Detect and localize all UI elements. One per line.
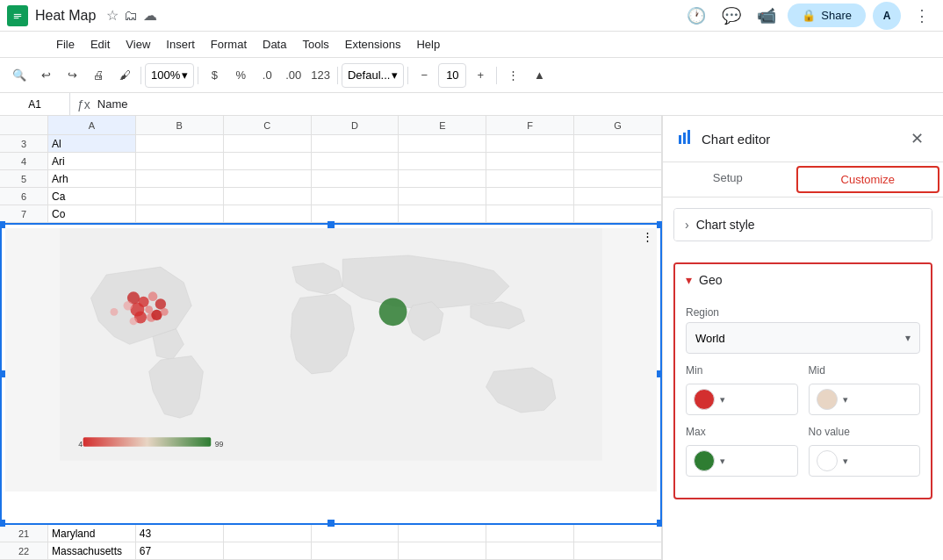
menu-tools[interactable]: Tools xyxy=(295,35,335,54)
formula-bar: ƒx Name xyxy=(70,97,943,111)
panel-header: Chart editor ✕ xyxy=(663,116,943,162)
chart-style-section[interactable]: › Chart style xyxy=(673,208,932,241)
font-size-display[interactable]: 10 xyxy=(438,63,466,88)
more-formats-button[interactable]: ⋮ xyxy=(500,63,525,88)
menu-view[interactable]: View xyxy=(119,35,157,54)
svg-rect-3 xyxy=(14,18,19,18)
col-header-g[interactable]: G xyxy=(574,116,662,135)
title-icons: ☆ 🗂 ☁ xyxy=(106,7,157,24)
resize-handle-bl[interactable] xyxy=(0,520,5,527)
panel-title: Chart editor xyxy=(702,132,770,147)
resize-handle-tl[interactable] xyxy=(0,221,5,228)
novalue-color-picker[interactable]: ▾ xyxy=(809,445,921,477)
cloud-icon[interactable]: ☁ xyxy=(143,7,157,24)
col-header-c[interactable]: C xyxy=(224,116,312,135)
resize-handle-tr[interactable] xyxy=(657,221,662,228)
resize-handle-mr[interactable] xyxy=(657,370,662,377)
max-label: Max xyxy=(686,426,798,438)
menu-edit[interactable]: Edit xyxy=(83,35,117,54)
rows-below-chart: 21 Maryland 43 22 Massachusetts 67 xyxy=(0,525,662,560)
geo-panel-body: Region World ▾ Min ▾ Mid xyxy=(675,296,931,498)
increase-font-button[interactable]: + xyxy=(468,63,493,88)
menu-data[interactable]: Data xyxy=(256,35,293,54)
tab-customize[interactable]: Customize xyxy=(796,166,940,193)
comment-button[interactable]: 💬 xyxy=(717,2,745,30)
share-button[interactable]: 🔒 Share xyxy=(788,4,866,27)
col-header-f[interactable]: F xyxy=(486,116,574,135)
video-button[interactable]: 📹 xyxy=(752,2,781,30)
more-button[interactable]: ⋮ xyxy=(908,2,936,30)
menu-extensions[interactable]: Extensions xyxy=(338,35,408,54)
mid-color-picker[interactable]: ▾ xyxy=(809,384,921,415)
col-header-a[interactable]: A xyxy=(48,116,136,135)
chart-style-title: Chart style xyxy=(696,218,755,232)
font-selector[interactable]: Defaul... ▾ xyxy=(342,63,404,88)
top-bar: Heat Map ☆ 🗂 ☁ 🕐 💬 📹 🔒 Share A ⋮ xyxy=(0,0,943,32)
decrease-font-button[interactable]: − xyxy=(412,63,436,88)
resize-handle-br[interactable] xyxy=(657,520,662,527)
svg-point-7 xyxy=(148,291,158,301)
cell-reference[interactable]: A1 xyxy=(0,93,70,115)
column-headers: A B C D E F G xyxy=(0,116,662,135)
star-icon[interactable]: ☆ xyxy=(106,7,119,24)
chart-style-arrow: › xyxy=(685,218,689,232)
history-button[interactable]: 🕐 xyxy=(682,2,710,30)
percent-button[interactable]: % xyxy=(228,63,253,88)
geo-section[interactable]: ▾ Geo Region World ▾ Min ▾ xyxy=(673,262,932,499)
top-actions: 🕐 💬 📹 🔒 Share A ⋮ xyxy=(682,2,936,30)
collapse-toolbar-button[interactable]: ▲ xyxy=(527,63,551,88)
increase-decimal-button[interactable]: .00 xyxy=(281,63,306,88)
panel-close-button[interactable]: ✕ xyxy=(904,126,929,151)
resize-handle-bm[interactable] xyxy=(328,520,335,527)
paint-format-button[interactable]: 🖌 xyxy=(112,63,137,88)
undo-button[interactable]: ↩ xyxy=(33,63,58,88)
geo-arrow: ▾ xyxy=(686,273,692,287)
chart-style-header[interactable]: › Chart style xyxy=(674,209,932,241)
resize-handle-ml[interactable] xyxy=(0,370,5,377)
zoom-selector[interactable]: 100% ▾ xyxy=(145,63,194,88)
table-row: 4 Ari xyxy=(0,153,662,170)
panel-title-row: Chart editor xyxy=(677,128,770,150)
geo-section-header[interactable]: ▾ Geo xyxy=(675,264,931,296)
svg-point-17 xyxy=(379,298,407,326)
menu-format[interactable]: Format xyxy=(204,35,254,54)
currency-button[interactable]: $ xyxy=(202,63,227,88)
col-header-b[interactable]: B xyxy=(136,116,224,135)
min-color-swatch xyxy=(694,389,715,410)
search-button[interactable]: 🔍 xyxy=(7,63,32,88)
tab-setup[interactable]: Setup xyxy=(663,162,793,197)
menu-insert[interactable]: Insert xyxy=(159,35,202,54)
region-arrow-icon: ▾ xyxy=(905,332,911,344)
min-color-field: Min ▾ xyxy=(686,364,798,415)
fx-icon: ƒx xyxy=(77,97,90,111)
folder-icon[interactable]: 🗂 xyxy=(124,8,138,24)
chart-box[interactable]: ⋮ xyxy=(0,223,662,525)
svg-point-11 xyxy=(124,301,133,311)
menu-help[interactable]: Help xyxy=(409,35,447,54)
chart-map-area: 4 99 xyxy=(2,225,660,523)
chart-menu-icon[interactable]: ⋮ xyxy=(642,230,653,243)
col-header-e[interactable]: E xyxy=(399,116,486,135)
cell-ref-bar: A1 ƒx Name xyxy=(0,93,943,116)
number-format-button[interactable]: 123 xyxy=(307,63,334,88)
decrease-decimal-button[interactable]: .0 xyxy=(255,63,279,88)
min-color-picker[interactable]: ▾ xyxy=(686,384,798,415)
chart-wrapper: ⋮ xyxy=(0,223,662,525)
account-button[interactable]: A xyxy=(873,2,901,30)
resize-handle-tm[interactable] xyxy=(328,221,335,228)
region-selector[interactable]: World ▾ xyxy=(686,322,920,354)
divider-5 xyxy=(496,67,497,84)
sheet-area: A B C D E F G 3 Al 4 Ari xyxy=(0,116,662,560)
table-row: 6 Ca xyxy=(0,188,662,205)
print-button[interactable]: 🖨 xyxy=(86,63,111,88)
max-color-picker[interactable]: ▾ xyxy=(686,445,798,477)
svg-point-18 xyxy=(111,308,119,316)
col-header-d[interactable]: D xyxy=(312,116,400,135)
lock-icon: 🔒 xyxy=(802,9,816,22)
corner-cell xyxy=(0,116,48,135)
max-color-swatch xyxy=(694,450,715,471)
menu-file[interactable]: File xyxy=(49,35,82,54)
svg-point-9 xyxy=(145,305,153,313)
redo-button[interactable]: ↪ xyxy=(60,63,84,88)
doc-title: Heat Map xyxy=(35,8,96,24)
